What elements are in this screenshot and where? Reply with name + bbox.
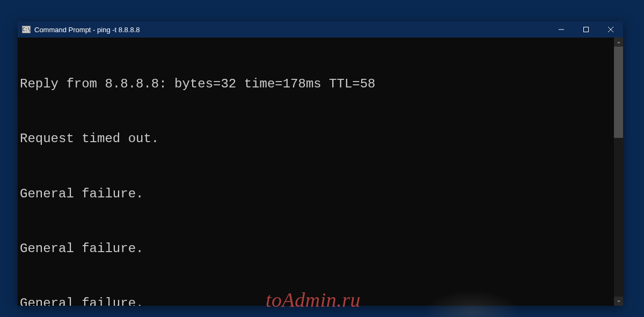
minimize-icon	[559, 27, 564, 32]
scroll-down-button[interactable]	[614, 297, 623, 306]
scroll-up-button[interactable]	[614, 38, 623, 47]
output-line: General failure.	[20, 294, 614, 306]
scrollbar-track[interactable]	[614, 47, 623, 297]
minimize-button[interactable]	[549, 21, 574, 38]
scrollbar-thumb[interactable]	[614, 47, 623, 138]
command-prompt-window: C:\ Command Prompt - ping -t 8.8.8.8 Rep…	[18, 21, 623, 306]
output-line: General failure.	[20, 185, 614, 203]
output-line: General failure.	[20, 240, 614, 258]
maximize-icon	[583, 27, 589, 32]
close-button[interactable]	[598, 21, 623, 38]
content-area: Reply from 8.8.8.8: bytes=32 time=178ms …	[18, 38, 623, 306]
window-controls	[549, 21, 623, 38]
cmd-icon: C:\	[22, 26, 31, 33]
chevron-down-icon	[617, 299, 621, 304]
chevron-up-icon	[617, 40, 621, 45]
output-line: Request timed out.	[20, 130, 614, 148]
titlebar[interactable]: C:\ Command Prompt - ping -t 8.8.8.8	[18, 21, 623, 38]
maximize-button[interactable]	[574, 21, 598, 38]
output-line: Reply from 8.8.8.8: bytes=32 time=178ms …	[20, 75, 614, 93]
close-icon	[608, 27, 613, 32]
svg-rect-0	[584, 27, 589, 32]
window-title: Command Prompt - ping -t 8.8.8.8	[34, 26, 549, 34]
terminal-output[interactable]: Reply from 8.8.8.8: bytes=32 time=178ms …	[18, 38, 614, 306]
vertical-scrollbar[interactable]	[614, 38, 623, 306]
